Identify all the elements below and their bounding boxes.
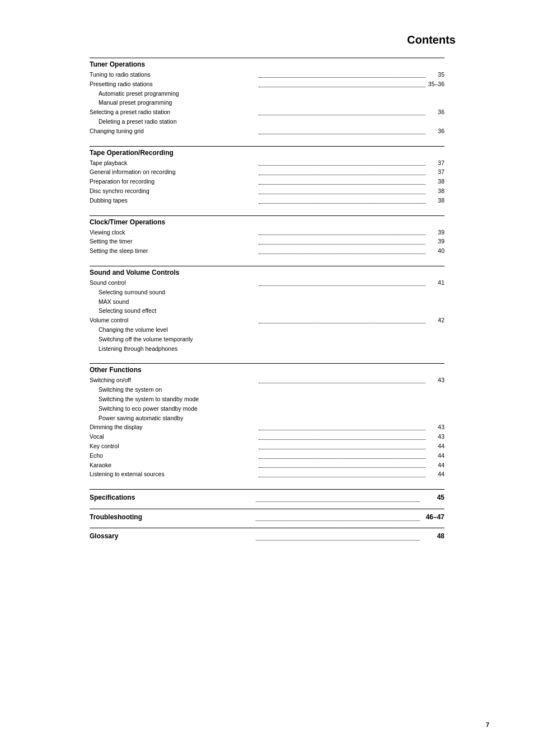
entry-page: 35–36 bbox=[428, 79, 444, 89]
toc-sections: Tuner OperationsTuning to radio stations… bbox=[90, 58, 444, 479]
entry-dots bbox=[259, 166, 425, 175]
entry-dots bbox=[259, 68, 425, 78]
toc-entry: Changing the volume level bbox=[90, 325, 444, 335]
entry-text: Switching to eco power standby mode bbox=[90, 404, 444, 414]
entry-dots bbox=[259, 440, 425, 449]
entry-dots bbox=[259, 185, 425, 194]
entry-page: 36 bbox=[428, 126, 444, 136]
entry-text: Sound control bbox=[90, 278, 256, 288]
entry-page: 38 bbox=[428, 186, 444, 196]
entry-text: MAX sound bbox=[90, 297, 444, 307]
entry-text: Switching on/off bbox=[90, 375, 256, 385]
bold-entry-glossary: Glossary48 bbox=[90, 530, 444, 543]
entry-dots bbox=[259, 194, 425, 204]
entry-dots bbox=[259, 314, 425, 323]
entry-page: 38 bbox=[428, 177, 444, 186]
toc-entry: Automatic preset programming bbox=[90, 89, 444, 98]
entry-text: Preparation for recording bbox=[90, 177, 256, 186]
entry-text: Listening to external sources bbox=[90, 469, 256, 479]
section-title: Tuner Operations bbox=[90, 60, 444, 68]
entry-dots bbox=[259, 226, 425, 236]
toc-entry: Sound control41 bbox=[90, 278, 444, 288]
toc-entry: Dubbing tapes38 bbox=[90, 196, 444, 205]
entry-page: 36 bbox=[428, 107, 444, 117]
entry-page: 43 bbox=[428, 375, 444, 385]
section-other-functions: Other FunctionsSwitching on/off43Switchi… bbox=[90, 363, 444, 479]
section-clock-timer: Clock/Timer OperationsViewing clock39Set… bbox=[90, 215, 444, 256]
bold-entry-text: Troubleshooting bbox=[90, 511, 254, 524]
section-divider bbox=[90, 215, 444, 216]
entry-text: Dubbing tapes bbox=[90, 196, 256, 205]
entry-page: 37 bbox=[428, 167, 444, 177]
section-title: Other Functions bbox=[90, 366, 444, 374]
toc-entry: MAX sound bbox=[90, 297, 444, 307]
toc-entry: Switching the system on bbox=[90, 385, 444, 395]
entry-text: Changing the volume level bbox=[90, 325, 444, 335]
entry-text: Switching the system to standby mode bbox=[90, 395, 444, 404]
entry-page: 41 bbox=[428, 278, 444, 288]
section-tape-operation: Tape Operation/RecordingTape playback37G… bbox=[90, 146, 444, 205]
entry-page: 37 bbox=[428, 158, 444, 168]
entry-dots bbox=[259, 430, 425, 440]
entry-text: Selecting surround sound bbox=[90, 288, 444, 297]
entry-page: 44 bbox=[428, 461, 444, 470]
entry-page: 43 bbox=[428, 432, 444, 442]
entry-text: Volume control bbox=[90, 316, 256, 325]
entry-text: General information on recording bbox=[90, 167, 256, 177]
entry-text: Selecting a preset radio station bbox=[90, 107, 256, 117]
entry-dots bbox=[259, 421, 425, 430]
bold-entry-dots bbox=[256, 509, 420, 522]
entry-text: Setting the timer bbox=[90, 237, 256, 246]
bold-entry-text: Specifications bbox=[90, 492, 254, 504]
entry-text: Tape playback bbox=[90, 158, 256, 168]
page-title: Contents bbox=[45, 34, 489, 46]
entry-dots bbox=[259, 245, 425, 254]
entry-text: Vocal bbox=[90, 432, 256, 442]
entry-text: Echo bbox=[90, 451, 256, 461]
entry-text: Karaoke bbox=[90, 461, 256, 470]
entry-dots bbox=[259, 459, 425, 468]
toc-entry: Switching to eco power standby mode bbox=[90, 404, 444, 414]
entry-page: 44 bbox=[428, 451, 444, 461]
entry-page: 44 bbox=[428, 469, 444, 479]
bold-entry-page: 46–47 bbox=[422, 511, 444, 524]
toc-entry: Volume control42 bbox=[90, 316, 444, 325]
entry-text: Tuning to radio stations bbox=[90, 70, 256, 79]
entry-page: 44 bbox=[428, 442, 444, 451]
entry-dots bbox=[259, 175, 425, 185]
entry-dots bbox=[259, 449, 425, 459]
entry-page: 40 bbox=[428, 246, 444, 256]
section-divider bbox=[90, 363, 444, 364]
entry-dots bbox=[259, 468, 425, 477]
entry-page: 43 bbox=[428, 422, 444, 432]
bold-entry-dots bbox=[256, 528, 420, 541]
entry-dots bbox=[259, 374, 425, 383]
page-number: 7 bbox=[486, 721, 489, 728]
entry-page: 39 bbox=[428, 237, 444, 246]
bold-entry-page: 48 bbox=[422, 530, 444, 543]
section-title: Tape Operation/Recording bbox=[90, 149, 444, 157]
section-title: Sound and Volume Controls bbox=[90, 269, 444, 276]
entry-text: Key control bbox=[90, 442, 256, 451]
content-area: Tuner OperationsTuning to radio stations… bbox=[90, 58, 444, 543]
section-divider bbox=[90, 266, 444, 266]
entry-dots bbox=[259, 78, 425, 87]
entry-page: 38 bbox=[428, 196, 444, 205]
section-sound-volume: Sound and Volume ControlsSound control41… bbox=[90, 266, 444, 353]
section-divider bbox=[90, 58, 444, 58]
bold-entry-troubleshooting: Troubleshooting46–47 bbox=[90, 511, 444, 524]
toc-entry: Changing tuning grid36 bbox=[90, 126, 444, 136]
bold-entry-page: 45 bbox=[422, 492, 444, 504]
entry-page: 35 bbox=[428, 70, 444, 79]
toc-entry: Switching off the volume temporarily bbox=[90, 335, 444, 344]
toc-entry: Switching the system to standby mode bbox=[90, 395, 444, 404]
entry-text: Automatic preset programming bbox=[90, 89, 444, 98]
entry-text: Disc synchro recording bbox=[90, 186, 256, 196]
entry-dots bbox=[259, 157, 425, 166]
toc-entry: Selecting surround sound bbox=[90, 288, 444, 297]
entry-page: 39 bbox=[428, 228, 444, 237]
section-divider bbox=[90, 146, 444, 147]
entry-text: Presetting radio stations bbox=[90, 79, 256, 89]
section-title: Clock/Timer Operations bbox=[90, 218, 444, 226]
entry-text: Switching the system on bbox=[90, 385, 444, 395]
